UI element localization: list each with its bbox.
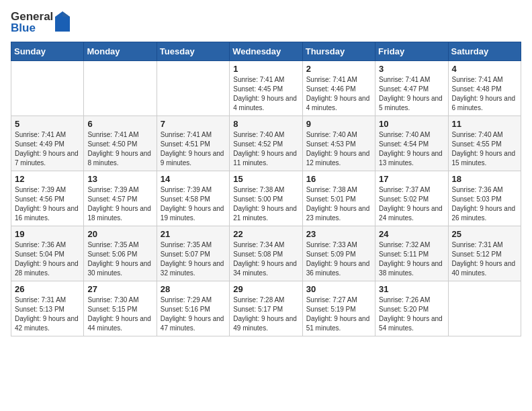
day-number: 21 xyxy=(161,229,226,239)
day-info: Sunrise: 7:28 AM Sunset: 5:17 PM Dayligh… xyxy=(233,295,298,333)
day-info: Sunrise: 7:40 AM Sunset: 4:53 PM Dayligh… xyxy=(306,130,371,168)
day-info: Sunrise: 7:29 AM Sunset: 5:16 PM Dayligh… xyxy=(161,295,226,333)
day-info: Sunrise: 7:41 AM Sunset: 4:49 PM Dayligh… xyxy=(15,130,80,168)
calendar-cell: 19Sunrise: 7:36 AM Sunset: 5:04 PM Dayli… xyxy=(11,226,84,281)
calendar-week-row: 5Sunrise: 7:41 AM Sunset: 4:49 PM Daylig… xyxy=(11,116,521,171)
day-header-wednesday: Wednesday xyxy=(230,42,302,61)
day-number: 13 xyxy=(87,174,152,184)
calendar-cell: 27Sunrise: 7:30 AM Sunset: 5:15 PM Dayli… xyxy=(84,281,157,336)
day-number: 28 xyxy=(161,284,226,294)
day-number: 29 xyxy=(233,284,298,294)
day-info: Sunrise: 7:26 AM Sunset: 5:20 PM Dayligh… xyxy=(379,295,444,333)
day-number: 2 xyxy=(306,64,371,74)
calendar-cell: 3Sunrise: 7:41 AM Sunset: 4:47 PM Daylig… xyxy=(375,61,448,116)
day-info: Sunrise: 7:38 AM Sunset: 5:00 PM Dayligh… xyxy=(233,185,298,223)
calendar-cell: 15Sunrise: 7:38 AM Sunset: 5:00 PM Dayli… xyxy=(230,171,302,226)
calendar-week-row: 19Sunrise: 7:36 AM Sunset: 5:04 PM Dayli… xyxy=(11,226,521,281)
calendar-cell: 23Sunrise: 7:33 AM Sunset: 5:09 PM Dayli… xyxy=(302,226,375,281)
day-info: Sunrise: 7:27 AM Sunset: 5:19 PM Dayligh… xyxy=(306,295,371,333)
day-info: Sunrise: 7:31 AM Sunset: 5:13 PM Dayligh… xyxy=(15,295,80,333)
day-info: Sunrise: 7:35 AM Sunset: 5:07 PM Dayligh… xyxy=(161,240,226,278)
calendar-cell: 4Sunrise: 7:41 AM Sunset: 4:48 PM Daylig… xyxy=(448,61,521,116)
calendar-week-row: 12Sunrise: 7:39 AM Sunset: 4:56 PM Dayli… xyxy=(11,171,521,226)
calendar-cell: 12Sunrise: 7:39 AM Sunset: 4:56 PM Dayli… xyxy=(11,171,84,226)
day-number: 10 xyxy=(379,119,444,129)
calendar-cell: 28Sunrise: 7:29 AM Sunset: 5:16 PM Dayli… xyxy=(157,281,229,336)
day-info: Sunrise: 7:41 AM Sunset: 4:50 PM Dayligh… xyxy=(87,130,152,168)
day-number: 27 xyxy=(87,284,152,294)
calendar-cell: 9Sunrise: 7:40 AM Sunset: 4:53 PM Daylig… xyxy=(302,116,375,171)
day-header-thursday: Thursday xyxy=(302,42,375,61)
day-info: Sunrise: 7:41 AM Sunset: 4:51 PM Dayligh… xyxy=(161,130,226,168)
day-info: Sunrise: 7:34 AM Sunset: 5:08 PM Dayligh… xyxy=(233,240,298,278)
day-info: Sunrise: 7:36 AM Sunset: 5:03 PM Dayligh… xyxy=(452,185,517,223)
calendar-cell: 29Sunrise: 7:28 AM Sunset: 5:17 PM Dayli… xyxy=(230,281,302,336)
day-number: 20 xyxy=(87,229,152,239)
day-number: 26 xyxy=(15,284,80,294)
day-number: 30 xyxy=(306,284,371,294)
calendar-cell: 16Sunrise: 7:38 AM Sunset: 5:01 PM Dayli… xyxy=(302,171,375,226)
calendar-cell: 2Sunrise: 7:41 AM Sunset: 4:46 PM Daylig… xyxy=(302,61,375,116)
day-header-monday: Monday xyxy=(84,42,157,61)
day-header-tuesday: Tuesday xyxy=(157,42,229,61)
calendar-cell: 6Sunrise: 7:41 AM Sunset: 4:50 PM Daylig… xyxy=(84,116,157,171)
day-info: Sunrise: 7:33 AM Sunset: 5:09 PM Dayligh… xyxy=(306,240,371,278)
day-info: Sunrise: 7:38 AM Sunset: 5:01 PM Dayligh… xyxy=(306,185,371,223)
calendar-cell: 10Sunrise: 7:40 AM Sunset: 4:54 PM Dayli… xyxy=(375,116,448,171)
day-number: 7 xyxy=(161,119,226,129)
calendar-cell: 8Sunrise: 7:40 AM Sunset: 4:52 PM Daylig… xyxy=(230,116,302,171)
day-info: Sunrise: 7:41 AM Sunset: 4:47 PM Dayligh… xyxy=(379,75,444,113)
day-header-sunday: Sunday xyxy=(11,42,84,61)
logo-icon xyxy=(55,11,70,32)
calendar-cell xyxy=(84,61,157,116)
day-info: Sunrise: 7:39 AM Sunset: 4:57 PM Dayligh… xyxy=(87,185,152,223)
day-info: Sunrise: 7:36 AM Sunset: 5:04 PM Dayligh… xyxy=(15,240,80,278)
calendar-table: SundayMondayTuesdayWednesdayThursdayFrid… xyxy=(11,42,521,336)
day-number: 12 xyxy=(15,174,80,184)
calendar-week-row: 1Sunrise: 7:41 AM Sunset: 4:45 PM Daylig… xyxy=(11,61,521,116)
day-number: 16 xyxy=(306,174,371,184)
day-number: 24 xyxy=(379,229,444,239)
day-info: Sunrise: 7:40 AM Sunset: 4:54 PM Dayligh… xyxy=(379,130,444,168)
calendar-cell: 13Sunrise: 7:39 AM Sunset: 4:57 PM Dayli… xyxy=(84,171,157,226)
day-info: Sunrise: 7:40 AM Sunset: 4:52 PM Dayligh… xyxy=(233,130,298,168)
day-info: Sunrise: 7:30 AM Sunset: 5:15 PM Dayligh… xyxy=(87,295,152,333)
calendar-cell xyxy=(11,61,84,116)
calendar-cell: 25Sunrise: 7:31 AM Sunset: 5:12 PM Dayli… xyxy=(448,226,521,281)
calendar-cell: 17Sunrise: 7:37 AM Sunset: 5:02 PM Dayli… xyxy=(375,171,448,226)
day-info: Sunrise: 7:40 AM Sunset: 4:55 PM Dayligh… xyxy=(452,130,517,168)
calendar-cell: 31Sunrise: 7:26 AM Sunset: 5:20 PM Dayli… xyxy=(375,281,448,336)
day-number: 1 xyxy=(233,64,298,74)
day-number: 3 xyxy=(379,64,444,74)
day-info: Sunrise: 7:41 AM Sunset: 4:46 PM Dayligh… xyxy=(306,75,371,113)
calendar-cell: 1Sunrise: 7:41 AM Sunset: 4:45 PM Daylig… xyxy=(230,61,302,116)
calendar-cell: 26Sunrise: 7:31 AM Sunset: 5:13 PM Dayli… xyxy=(11,281,84,336)
svg-marker-1 xyxy=(62,11,70,17)
day-info: Sunrise: 7:32 AM Sunset: 5:11 PM Dayligh… xyxy=(379,240,444,278)
calendar-cell: 30Sunrise: 7:27 AM Sunset: 5:19 PM Dayli… xyxy=(302,281,375,336)
day-number: 9 xyxy=(306,119,371,129)
day-number: 14 xyxy=(161,174,226,184)
day-number: 22 xyxy=(233,229,298,239)
calendar-cell: 20Sunrise: 7:35 AM Sunset: 5:06 PM Dayli… xyxy=(84,226,157,281)
day-number: 17 xyxy=(379,174,444,184)
day-number: 18 xyxy=(452,174,517,184)
day-number: 11 xyxy=(452,119,517,129)
page-header: General Blue xyxy=(11,11,521,34)
calendar-cell xyxy=(448,281,521,336)
calendar-cell: 24Sunrise: 7:32 AM Sunset: 5:11 PM Dayli… xyxy=(375,226,448,281)
calendar-cell: 7Sunrise: 7:41 AM Sunset: 4:51 PM Daylig… xyxy=(157,116,229,171)
day-header-saturday: Saturday xyxy=(448,42,521,61)
day-info: Sunrise: 7:41 AM Sunset: 4:48 PM Dayligh… xyxy=(452,75,517,113)
day-info: Sunrise: 7:37 AM Sunset: 5:02 PM Dayligh… xyxy=(379,185,444,223)
calendar-cell: 21Sunrise: 7:35 AM Sunset: 5:07 PM Dayli… xyxy=(157,226,229,281)
logo-general-text: General xyxy=(11,11,53,22)
calendar-header-row: SundayMondayTuesdayWednesdayThursdayFrid… xyxy=(11,42,521,61)
logo: General Blue xyxy=(11,11,70,34)
day-info: Sunrise: 7:39 AM Sunset: 4:56 PM Dayligh… xyxy=(15,185,80,223)
calendar-cell: 14Sunrise: 7:39 AM Sunset: 4:58 PM Dayli… xyxy=(157,171,229,226)
day-number: 25 xyxy=(452,229,517,239)
calendar-cell: 22Sunrise: 7:34 AM Sunset: 5:08 PM Dayli… xyxy=(230,226,302,281)
day-number: 31 xyxy=(379,284,444,294)
calendar-cell xyxy=(157,61,229,116)
